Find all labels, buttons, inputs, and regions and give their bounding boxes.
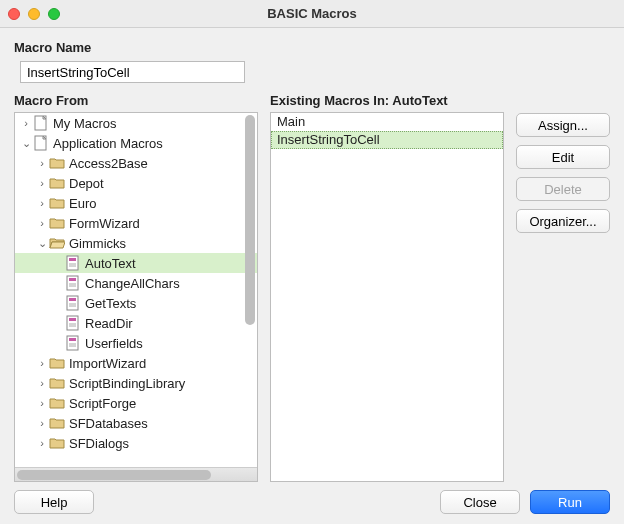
disclosure-closed-icon[interactable]: ›: [35, 217, 49, 229]
tree-node[interactable]: ›SFDialogs: [15, 433, 257, 453]
edit-button[interactable]: Edit: [516, 145, 610, 169]
tree-node-label: Userfields: [85, 336, 143, 351]
delete-button: Delete: [516, 177, 610, 201]
tree-node[interactable]: GetTexts: [15, 293, 257, 313]
tree-node-label: ScriptForge: [69, 396, 136, 411]
tree-node-label: Depot: [69, 176, 104, 191]
macro-list-item[interactable]: InsertStringToCell: [271, 131, 503, 149]
tree-node-label: Access2Base: [69, 156, 148, 171]
tree-node[interactable]: ›ScriptBindingLibrary: [15, 373, 257, 393]
run-button[interactable]: Run: [530, 490, 610, 514]
tree-node[interactable]: Userfields: [15, 333, 257, 353]
disclosure-open-icon[interactable]: ⌄: [35, 237, 49, 250]
doc-icon: [33, 135, 49, 151]
folder-icon: [49, 435, 65, 451]
module-icon: [65, 255, 81, 271]
module-icon: [65, 275, 81, 291]
folder-open-icon: [49, 235, 65, 251]
svg-rect-7: [69, 278, 76, 281]
organizer-button[interactable]: Organizer...: [516, 209, 610, 233]
macro-name-input[interactable]: [20, 61, 245, 83]
tree-node[interactable]: AutoText: [15, 253, 257, 273]
folder-icon: [49, 155, 65, 171]
tree-node[interactable]: ›Euro: [15, 193, 257, 213]
tree-node[interactable]: ReadDir: [15, 313, 257, 333]
disclosure-closed-icon[interactable]: ›: [35, 157, 49, 169]
tree-node[interactable]: ›Depot: [15, 173, 257, 193]
disclosure-closed-icon[interactable]: ›: [19, 117, 33, 129]
svg-rect-3: [69, 258, 76, 261]
window-title: BASIC Macros: [0, 6, 624, 21]
module-icon: [65, 335, 81, 351]
macro-from-tree[interactable]: ›My Macros⌄Application Macros›Access2Bas…: [14, 112, 258, 482]
tree-node-label: ScriptBindingLibrary: [69, 376, 185, 391]
tree-node-label: FormWizard: [69, 216, 140, 231]
tree-node-label: SFDatabases: [69, 416, 148, 431]
disclosure-closed-icon[interactable]: ›: [35, 377, 49, 389]
tree-node[interactable]: ›SFDatabases: [15, 413, 257, 433]
tree-vscrollbar[interactable]: [243, 113, 257, 334]
assign-button[interactable]: Assign...: [516, 113, 610, 137]
tree-node-label: Gimmicks: [69, 236, 126, 251]
disclosure-closed-icon[interactable]: ›: [35, 177, 49, 189]
folder-icon: [49, 395, 65, 411]
folder-icon: [49, 195, 65, 211]
tree-node-label: AutoText: [85, 256, 136, 271]
disclosure-closed-icon[interactable]: ›: [35, 357, 49, 369]
tree-node-label: SFDialogs: [69, 436, 129, 451]
folder-icon: [49, 175, 65, 191]
module-icon: [65, 295, 81, 311]
tree-node[interactable]: ›Access2Base: [15, 153, 257, 173]
tree-node[interactable]: ›FormWizard: [15, 213, 257, 233]
tree-node-label: ReadDir: [85, 316, 133, 331]
existing-macros-list[interactable]: MainInsertStringToCell: [270, 112, 504, 482]
tree-node-label: ImportWizard: [69, 356, 146, 371]
svg-rect-11: [69, 298, 76, 301]
folder-icon: [49, 415, 65, 431]
tree-node-label: Euro: [69, 196, 96, 211]
dialog-content: Macro Name Macro From ›My Macros⌄Applica…: [0, 28, 624, 524]
tree-node[interactable]: ›ScriptForge: [15, 393, 257, 413]
tree-node-label: ChangeAllChars: [85, 276, 180, 291]
svg-rect-15: [69, 318, 76, 321]
folder-icon: [49, 375, 65, 391]
disclosure-open-icon[interactable]: ⌄: [19, 137, 33, 150]
titlebar: BASIC Macros: [0, 0, 624, 28]
close-button[interactable]: Close: [440, 490, 520, 514]
folder-icon: [49, 355, 65, 371]
disclosure-closed-icon[interactable]: ›: [35, 397, 49, 409]
tree-node[interactable]: ⌄Gimmicks: [15, 233, 257, 253]
tree-node-label: Application Macros: [53, 136, 163, 151]
disclosure-closed-icon[interactable]: ›: [35, 437, 49, 449]
macro-list-item[interactable]: Main: [271, 113, 503, 131]
module-icon: [65, 315, 81, 331]
tree-node[interactable]: ›ImportWizard: [15, 353, 257, 373]
svg-rect-19: [69, 338, 76, 341]
tree-hscrollbar[interactable]: [15, 467, 257, 481]
macro-from-label: Macro From: [14, 93, 258, 108]
tree-node[interactable]: ⌄Application Macros: [15, 133, 257, 153]
tree-node[interactable]: ›My Macros: [15, 113, 257, 133]
disclosure-closed-icon[interactable]: ›: [35, 417, 49, 429]
existing-macros-label: Existing Macros In: AutoText: [270, 93, 504, 108]
doc-icon: [33, 115, 49, 131]
help-button[interactable]: Help: [14, 490, 94, 514]
tree-node-label: My Macros: [53, 116, 117, 131]
folder-icon: [49, 215, 65, 231]
macro-name-label: Macro Name: [14, 40, 610, 55]
tree-node-label: GetTexts: [85, 296, 136, 311]
dialog-footer: Help Close Run: [14, 482, 610, 516]
tree-node[interactable]: ChangeAllChars: [15, 273, 257, 293]
disclosure-closed-icon[interactable]: ›: [35, 197, 49, 209]
